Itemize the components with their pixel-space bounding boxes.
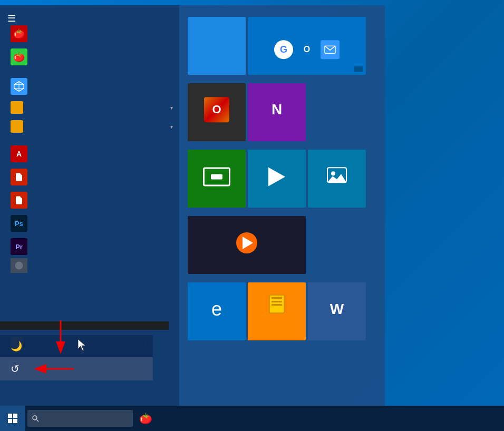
svg-rect-16: [13, 414, 17, 418]
mail-outlook-icon: O: [297, 40, 316, 59]
power-menu: 🌙 ↺: [0, 335, 153, 380]
movies-play-icon: [268, 167, 285, 186]
office-tiles-grid: O N: [188, 83, 376, 141]
entertainment-tiles-grid: [188, 150, 376, 208]
office-logo: O: [204, 97, 229, 122]
taskbar-app-tomato[interactable]: 🍅: [137, 410, 154, 427]
app-icon-access: A: [11, 145, 27, 162]
app-item-360center[interactable]: ▾: [0, 117, 179, 136]
svg-rect-13: [272, 301, 282, 302]
svg-rect-12: [272, 297, 282, 299]
app-item-adobe-acrobat[interactable]: [0, 189, 179, 212]
app-item-photoshop[interactable]: Ps: [0, 212, 179, 235]
desktop: ☰ 🍅: [0, 0, 504, 431]
restart-icon: ↺: [11, 363, 20, 375]
tile-tencent[interactable]: [188, 216, 306, 274]
app-item-360browser[interactable]: ▾: [0, 98, 179, 117]
app-item-tomato-setup[interactable]: 🍅: [0, 45, 179, 68]
taskbar: 🍅: [0, 406, 504, 431]
section-a-label: [0, 136, 179, 142]
svg-line-20: [37, 420, 39, 422]
power-tooltip: [0, 321, 169, 330]
start-menu-right-panel: G O: [179, 5, 385, 406]
app-icon-premiere: Pr: [11, 238, 27, 255]
section-hash-label: [0, 68, 179, 75]
svg-point-19: [33, 416, 37, 420]
app-icon-acrobat-distiller: [11, 169, 27, 185]
svg-rect-15: [8, 414, 12, 418]
tile-calendar[interactable]: [188, 17, 246, 75]
section-recent-label: [0, 11, 179, 22]
app-icon-photoshop: Ps: [11, 215, 27, 232]
mail-google-icon: G: [274, 40, 293, 59]
app-icon-360browser: [11, 101, 23, 114]
mail-envelope-icon: [321, 40, 340, 59]
expand-arrow-360center[interactable]: ▾: [170, 124, 173, 130]
app-item-access[interactable]: A: [0, 142, 179, 165]
app-item-acrobat-distiller[interactable]: [0, 165, 179, 189]
start-menu-left-panel: ☰ 🍅: [0, 5, 179, 406]
tile-onenote[interactable]: N: [248, 83, 306, 141]
app-item-apple-update[interactable]: [0, 258, 179, 273]
bottom-tiles-grid: e: [188, 282, 376, 340]
mail-tile-resize: [354, 66, 363, 72]
tile-mail[interactable]: G O: [248, 17, 366, 75]
tencent-icon: [236, 232, 257, 253]
power-item-restart[interactable]: ↺: [0, 357, 153, 380]
tile-office[interactable]: O: [188, 83, 246, 141]
app-icon-tomato-reinstall: 🍅: [11, 25, 27, 42]
app-item-premiere[interactable]: Pr: [0, 235, 179, 258]
svg-point-10: [331, 171, 335, 175]
tile-photos[interactable]: [308, 150, 366, 208]
tile-uninstaller[interactable]: [248, 282, 306, 340]
app-icon-3dviewer: [11, 78, 27, 95]
taskbar-start-button[interactable]: [0, 406, 25, 431]
ie-icon: e: [211, 298, 222, 320]
tile-word[interactable]: W: [308, 282, 366, 340]
xbox-icon: [203, 167, 230, 186]
svg-rect-14: [272, 304, 282, 306]
app-icon-360center: [11, 120, 23, 133]
app-icon-adobe-acrobat: [11, 192, 27, 209]
app-icon-tomato-setup: 🍅: [11, 48, 27, 65]
tile-movies[interactable]: [248, 150, 306, 208]
tile-ie[interactable]: e: [188, 282, 246, 340]
word-icon: W: [325, 298, 348, 321]
start-menu: ☰ 🍅: [0, 5, 385, 406]
photos-icon: [325, 163, 348, 187]
onenote-logo: N: [264, 97, 289, 122]
power-item-sleep[interactable]: 🌙: [0, 335, 153, 357]
tile-xbox[interactable]: [188, 150, 246, 208]
search-icon: [32, 415, 39, 422]
windows-logo-icon: [7, 413, 18, 424]
tencent-tiles-grid: [188, 216, 376, 274]
svg-rect-18: [13, 419, 17, 423]
app-item-tomato-reinstall[interactable]: 🍅: [0, 22, 179, 45]
uninstaller-icon: [265, 293, 288, 316]
taskbar-search-bar[interactable]: [27, 410, 133, 427]
app-item-3dviewer[interactable]: [0, 75, 179, 98]
app-icon-apple-update: [11, 258, 27, 273]
expand-arrow-360browser[interactable]: ▾: [170, 105, 173, 111]
svg-rect-17: [8, 419, 12, 423]
create-tiles-grid: G O: [188, 17, 376, 75]
sleep-icon: 🌙: [11, 340, 22, 352]
